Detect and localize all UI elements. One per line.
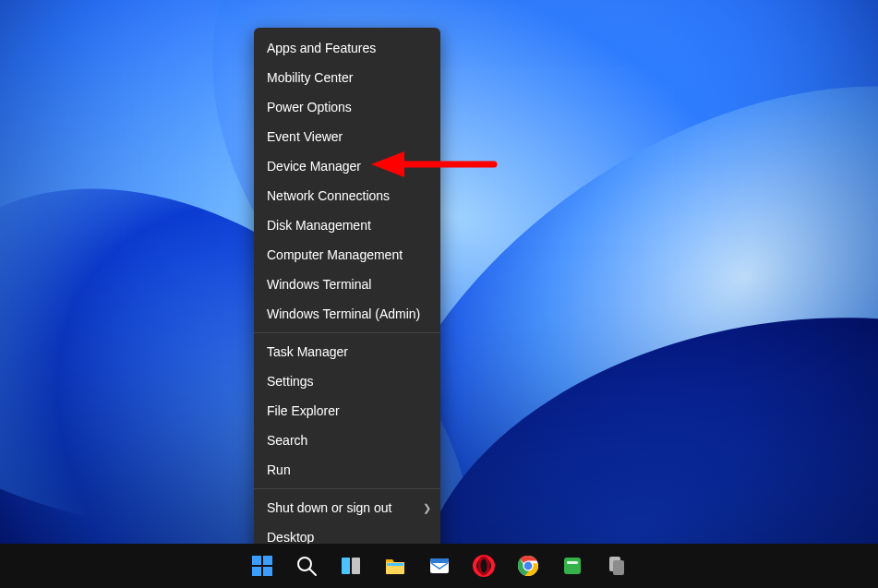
chrome-icon (517, 555, 539, 577)
search-icon (295, 555, 318, 577)
taskbar-start-button[interactable] (244, 547, 281, 584)
taskbar-task-view-button[interactable] (332, 547, 369, 584)
menu-item-windows-terminal-admin[interactable]: Windows Terminal (Admin) (254, 299, 440, 329)
menu-item-apps-and-features[interactable]: Apps and Features (254, 33, 440, 63)
taskbar-app-grey-button[interactable] (598, 547, 635, 584)
menu-item-settings[interactable]: Settings (254, 366, 440, 396)
menu-item-network-connections[interactable]: Network Connections (254, 181, 440, 210)
svg-rect-5 (263, 567, 272, 576)
svg-rect-18 (564, 558, 581, 574)
taskbar-app-green-button[interactable] (554, 547, 591, 584)
svg-point-13 (475, 557, 493, 575)
menu-item-mobility-center[interactable]: Mobility Center (254, 63, 440, 92)
app-icon (606, 555, 628, 577)
chevron-right-icon: ❯ (423, 493, 431, 522)
menu-separator (254, 332, 440, 333)
svg-line-7 (309, 569, 316, 575)
svg-rect-9 (352, 558, 360, 574)
taskbar-search-button[interactable] (288, 547, 325, 584)
task-view-icon (340, 555, 362, 577)
menu-item-computer-management[interactable]: Computer Management (254, 240, 440, 270)
winx-context-menu: Apps and Features Mobility Center Power … (254, 28, 440, 558)
svg-rect-2 (252, 556, 261, 565)
taskbar-chrome-button[interactable] (510, 547, 547, 584)
menu-item-disk-management[interactable]: Disk Management (254, 210, 440, 240)
menu-item-file-explorer[interactable]: File Explorer (254, 396, 440, 426)
svg-rect-8 (342, 558, 350, 574)
svg-point-14 (479, 558, 488, 574)
taskbar-mail-button[interactable] (421, 547, 458, 584)
svg-rect-4 (252, 567, 261, 576)
menu-item-event-viewer[interactable]: Event Viewer (254, 122, 440, 151)
folder-icon (384, 555, 406, 577)
svg-rect-21 (613, 560, 624, 575)
svg-rect-19 (567, 561, 578, 564)
mail-icon (428, 555, 451, 577)
menu-item-task-manager[interactable]: Task Manager (254, 337, 440, 366)
menu-item-device-manager[interactable]: Device Manager (254, 151, 440, 181)
menu-item-run[interactable]: Run (254, 455, 440, 485)
menu-item-windows-terminal[interactable]: Windows Terminal (254, 270, 440, 299)
taskbar (0, 544, 878, 588)
svg-rect-12 (430, 558, 449, 563)
windows-logo-icon (251, 555, 273, 577)
app-icon (561, 555, 583, 577)
taskbar-opera-button[interactable] (465, 547, 502, 584)
menu-item-power-options[interactable]: Power Options (254, 92, 440, 122)
menu-separator (254, 488, 440, 489)
menu-item-search[interactable]: Search (254, 426, 440, 455)
opera-icon (473, 555, 495, 577)
taskbar-file-explorer-button[interactable] (377, 547, 414, 584)
svg-rect-3 (263, 556, 272, 565)
menu-item-shut-down-or-sign-out[interactable]: Shut down or sign out ❯ (254, 493, 440, 522)
svg-rect-10 (387, 563, 403, 566)
